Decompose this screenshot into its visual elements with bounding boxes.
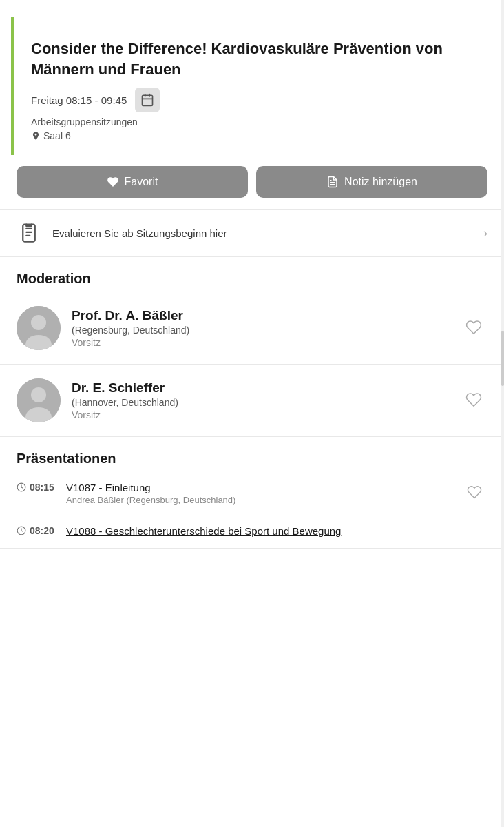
heart-icon <box>107 176 119 188</box>
pres-content-2: V1088 - Geschlechterunterschiede bei Spo… <box>66 525 487 538</box>
evaluate-row[interactable]: Evaluieren Sie ab Sitzungsbeginn hier › <box>0 209 504 257</box>
pres-time-text-2: 08:20 <box>30 525 54 536</box>
favorite-baessler-button[interactable] <box>460 314 487 343</box>
add-note-button[interactable]: Notiz hinzügen <box>256 166 487 198</box>
pres-title-2: V1088 - Geschlechterunterschiede bei Spo… <box>66 525 487 537</box>
scrollbar-thumb[interactable] <box>501 331 504 386</box>
favorite-button[interactable]: Favorit <box>17 166 248 198</box>
note-label: Notiz hinzügen <box>344 176 417 188</box>
person-card-baessler: Prof. Dr. A. Bäßler (Regensburg, Deutsch… <box>0 292 504 365</box>
pres-author-1: Andrea Bäßler (Regensburg, Deutschland) <box>66 495 453 505</box>
avatar-schieffer <box>17 378 61 422</box>
heart-outline-icon-2 <box>465 391 482 408</box>
location-text: Saal 6 <box>43 130 71 141</box>
session-title: Consider the Difference! Kardiovaskuläre… <box>31 39 476 79</box>
pres-content-1: V1087 - Einleitung Andrea Bäßler (Regens… <box>66 482 453 505</box>
chevron-right-icon: › <box>483 226 487 241</box>
svg-rect-0 <box>143 96 153 106</box>
clipboard-icon <box>17 221 41 245</box>
presentation-item-2: 08:20 V1088 - Geschlechterunterschiede b… <box>0 515 504 549</box>
pres-time-2: 08:20 <box>17 525 58 536</box>
clock-icon-2 <box>17 526 26 535</box>
note-icon <box>326 176 339 188</box>
svg-rect-6 <box>23 225 35 242</box>
session-time-row: Freitag 08:15 - 09:45 <box>31 88 476 112</box>
favorite-pres-1-button[interactable] <box>461 482 487 504</box>
calendar-icon <box>140 93 154 107</box>
location-pin-icon <box>31 131 41 141</box>
person-location-baessler: (Regensburg, Deutschland) <box>72 325 449 336</box>
clock-icon-1 <box>17 482 26 492</box>
person-location-schieffer: (Hannover, Deutschland) <box>72 397 449 408</box>
pres-time-text-1: 08:15 <box>30 482 54 493</box>
pres-title-1: V1087 - Einleitung <box>66 482 453 493</box>
scrollbar-track <box>501 0 504 827</box>
favorite-label: Favorit <box>125 176 158 188</box>
session-time: Freitag 08:15 - 09:45 <box>31 94 127 106</box>
presentations-section-title: Präsentationen <box>0 437 504 472</box>
heart-outline-icon <box>465 319 482 336</box>
heart-outline-icon-pres-1 <box>467 484 482 500</box>
evaluate-text: Evaluieren Sie ab Sitzungsbeginn hier <box>52 227 472 239</box>
person-role-schieffer: Vorsitz <box>72 409 449 420</box>
pres-time-1: 08:15 <box>17 482 58 493</box>
svg-point-11 <box>31 315 46 330</box>
presentation-item-1: 08:15 V1087 - Einleitung Andrea Bäßler (… <box>0 472 504 515</box>
action-buttons: Favorit Notiz hinzügen <box>0 155 504 209</box>
person-name-baessler: Prof. Dr. A. Bäßler <box>72 308 449 323</box>
calendar-button[interactable] <box>135 88 160 112</box>
svg-point-14 <box>31 387 46 402</box>
person-info-baessler: Prof. Dr. A. Bäßler (Regensburg, Deutsch… <box>72 308 449 348</box>
session-header: Consider the Difference! Kardiovaskuläre… <box>11 17 493 155</box>
moderation-section-title: Moderation <box>0 257 504 292</box>
session-type: Arbeitsgruppensitzungen <box>31 116 476 127</box>
favorite-schieffer-button[interactable] <box>460 386 487 416</box>
session-location: Saal 6 <box>31 130 476 141</box>
person-name-schieffer: Dr. E. Schieffer <box>72 380 449 396</box>
person-role-baessler: Vorsitz <box>72 337 449 348</box>
person-card-schieffer: Dr. E. Schieffer (Hannover, Deutschland)… <box>0 365 504 437</box>
avatar-baessler <box>17 306 61 350</box>
page-container: Consider the Difference! Kardiovaskuläre… <box>0 17 504 549</box>
person-info-schieffer: Dr. E. Schieffer (Hannover, Deutschland)… <box>72 380 449 420</box>
